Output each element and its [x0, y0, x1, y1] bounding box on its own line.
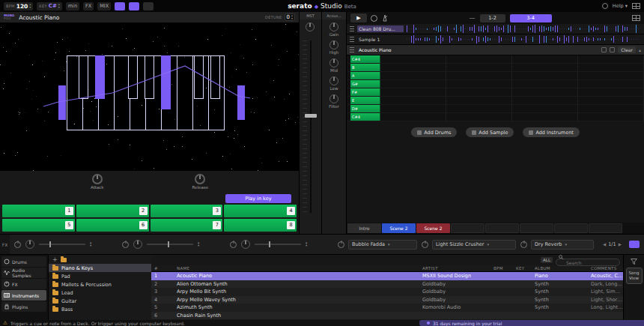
table-row[interactable]: 2Alien Ottoman SynthGoldbabySynthDark, L… — [151, 280, 623, 289]
track-handle-icon[interactable] — [350, 26, 354, 31]
midi-icon[interactable] — [115, 2, 125, 10]
help-menu[interactable]: Help ▾ — [613, 3, 628, 9]
note-block[interactable]: C#4 — [350, 113, 380, 121]
piano-roll-row[interactable]: A — [347, 72, 644, 80]
add-instrument-button[interactable]: Add Instrument — [523, 127, 579, 137]
mid-knob[interactable] — [329, 58, 338, 67]
bpm-stepper-icon[interactable]: ▴▾ — [29, 3, 31, 9]
fx-select[interactable]: Dry Reverb▾ — [531, 240, 594, 250]
col-artist[interactable]: ARTIST — [419, 266, 490, 271]
piano-roll-row[interactable]: C#4 — [347, 55, 644, 64]
sidebar-item-plugins[interactable]: Plugins — [1, 301, 46, 312]
pad-button[interactable]: 7 — [151, 219, 223, 232]
note-grid-cell[interactable] — [380, 113, 644, 121]
note-grid-cell[interactable] — [380, 97, 644, 104]
note-block[interactable]: A — [350, 72, 380, 79]
note-block[interactable]: E — [350, 97, 380, 104]
fx-keyboard-icon[interactable] — [629, 241, 640, 248]
track-handle-icon[interactable] — [350, 37, 354, 42]
track-handle-icon[interactable] — [350, 47, 354, 52]
category-item[interactable]: Guitar — [49, 297, 151, 305]
fx-power-icon[interactable] — [520, 241, 527, 248]
sidebar-item-instruments[interactable]: Instruments — [1, 290, 46, 301]
key-control[interactable]: KEY C# ▴▾ — [37, 2, 61, 10]
piano-roll-row[interactable]: B — [347, 64, 644, 72]
fx-power-icon[interactable] — [122, 241, 129, 248]
category-item[interactable]: Pad — [49, 272, 151, 280]
all-filter-button[interactable]: ALL — [541, 257, 553, 263]
fx-select[interactable]: Light Sizzle Crusher▾ — [432, 240, 516, 250]
keyboard-mode-icon[interactable] — [129, 2, 139, 10]
master-knob[interactable] — [306, 22, 315, 31]
bars-3-4-button[interactable]: 3-4 — [510, 14, 552, 22]
track-name[interactable]: Acoustic Piano — [357, 46, 392, 53]
fx-stepper-icon[interactable]: ▴▾ — [198, 241, 199, 248]
fx-view-button[interactable]: FX — [83, 2, 94, 10]
note-block[interactable]: G# — [350, 80, 380, 88]
high-knob[interactable] — [329, 40, 338, 49]
release-knob[interactable] — [195, 174, 205, 184]
table-row[interactable]: 3Arpy Mello Bit SynthGoldbabySynthLight,… — [151, 288, 623, 296]
sync-icon[interactable] — [602, 3, 608, 9]
pad-button[interactable]: 8 — [224, 219, 297, 232]
track-row[interactable]: Sample 1 — [347, 34, 644, 45]
fx-macro-slot[interactable]: ▴▾ — [122, 240, 225, 249]
piano-roll-row[interactable]: E — [347, 97, 644, 105]
pad-button[interactable]: 4 — [224, 205, 297, 217]
category-item[interactable]: Mallets & Percussion — [49, 280, 151, 289]
piano-roll-row[interactable]: G# — [347, 80, 644, 88]
table-row[interactable]: 4Arpy Mello Wavey SynthGoldbabySynthLigh… — [151, 296, 623, 304]
fx-macro-slot[interactable]: ▴▾ — [230, 240, 333, 249]
record-button[interactable] — [371, 15, 377, 22]
fx-page-next-icon[interactable]: ▶ — [619, 242, 622, 247]
scene-slot-empty[interactable] — [589, 223, 622, 233]
note-grid-cell[interactable] — [380, 88, 644, 96]
pad-button[interactable]: 1 — [2, 205, 75, 217]
keyboard-visualizer[interactable] — [0, 22, 299, 171]
piano-roll-row[interactable]: D# — [347, 105, 644, 113]
mix-view-button[interactable]: MIX — [97, 2, 111, 10]
layout-grid-icon[interactable] — [632, 3, 640, 9]
pad-button[interactable]: 6 — [76, 219, 149, 232]
track-name[interactable]: Clean 808 Dru... — [357, 25, 404, 32]
detune-control[interactable]: DETUNE 0 ▴▾ — [265, 13, 295, 21]
note-block[interactable]: B — [350, 64, 380, 71]
track-name[interactable]: Sample 1 — [357, 36, 404, 43]
category-item[interactable]: Lead — [49, 289, 151, 297]
add-sample-button[interactable]: Add Sample — [466, 127, 514, 137]
note-grid-cell[interactable] — [380, 80, 644, 88]
sidebar-item-drums[interactable]: Drums — [1, 256, 46, 267]
fx-stepper-icon[interactable]: ▴▾ — [90, 241, 91, 248]
bars-1-2-button[interactable]: 1-2 — [480, 14, 505, 22]
piano-roll-row[interactable]: C#4 — [347, 113, 644, 121]
track-row[interactable]: Clean 808 Dru... — [347, 24, 644, 34]
fx-page-prev-icon[interactable]: ◀ — [603, 242, 606, 247]
show-keyboard-icon[interactable] — [632, 15, 640, 21]
play-button[interactable]: ▶ — [350, 13, 367, 22]
trial-banner[interactable]: 31 days remaining in your trial — [419, 320, 644, 326]
fx-macro-knob[interactable] — [133, 240, 142, 249]
sidebar-item-audio-samples[interactable]: Audio Samples — [1, 268, 46, 278]
scene-slot-empty[interactable] — [520, 223, 553, 233]
attack-knob[interactable] — [92, 174, 103, 184]
master-fader-handle[interactable] — [305, 114, 317, 118]
filter-icon[interactable] — [631, 259, 637, 265]
piano-roll[interactable]: C#4BAG#F#ED#C#4 — [347, 55, 644, 121]
col-name[interactable]: NAME — [174, 266, 419, 271]
collapse-icon[interactable]: ▴ — [639, 47, 641, 52]
key-stepper-icon[interactable]: ▴▾ — [58, 3, 60, 9]
category-item[interactable]: Bass — [49, 305, 151, 313]
category-item[interactable]: Piano & Keys — [49, 264, 151, 272]
bpm-control[interactable]: BPM 120 ▴▾ — [4, 2, 33, 10]
key-mode-toggle[interactable]: min — [66, 2, 79, 10]
fx-power-icon[interactable] — [422, 241, 428, 248]
fx-select[interactable]: Bubble Fadda▾ — [348, 240, 417, 250]
scene-tab[interactable]: Intro — [347, 223, 381, 233]
note-grid-cell[interactable] — [380, 105, 644, 112]
fx-stepper-icon[interactable]: ▴▾ — [306, 241, 307, 248]
fx-power-icon[interactable] — [14, 241, 21, 248]
note-grid-cell[interactable] — [380, 64, 644, 71]
fx-macro-knob[interactable] — [241, 240, 250, 249]
clear-button[interactable]: Clear — [618, 46, 636, 53]
table-row[interactable]: 5Azimuth SynthKomorebi AudioSynthLong, L… — [151, 304, 623, 312]
